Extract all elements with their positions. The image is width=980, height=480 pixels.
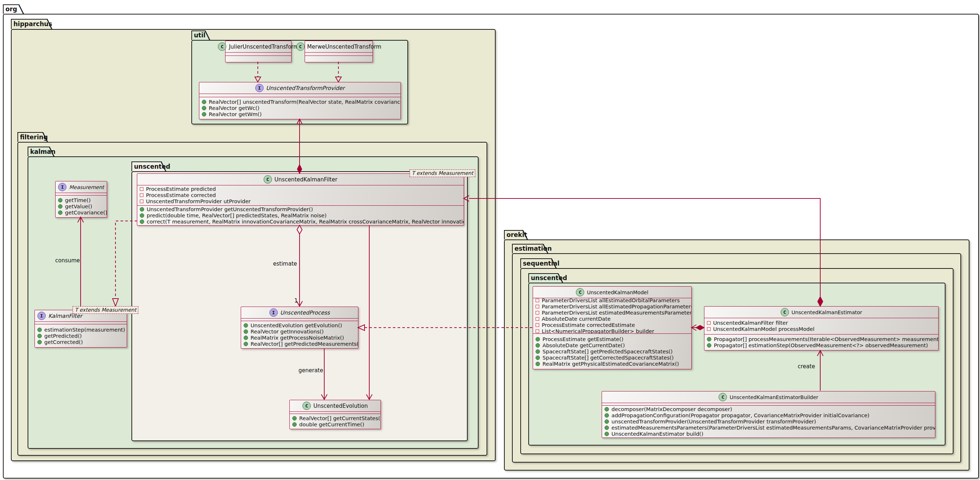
- method-row: estimatedMeasurementsParameters(Paramete…: [602, 425, 935, 431]
- public-method-icon: [292, 422, 297, 427]
- private-field-icon: [536, 311, 539, 315]
- interface-header: I UnscentedProcess: [241, 307, 358, 318]
- method-section: decomposer(MatrixDecomposer decomposer) …: [602, 406, 935, 437]
- package-tab-unscented-orekit: unscented: [528, 273, 563, 283]
- field-row: UnscentedKalmanModel processModel: [705, 326, 938, 332]
- generic-tag-unscented-kalman-filter: T extends Measurement: [410, 170, 475, 177]
- class-name: UnscentedKalmanEstimator: [792, 309, 862, 315]
- class-name: UnscentedKalmanModel: [587, 290, 648, 295]
- field-row: ProcessEstimate corrected: [137, 192, 464, 198]
- public-method-icon: [140, 207, 144, 212]
- class-name: UnscentedKalmanFilter: [275, 176, 337, 183]
- edge-multiplicity-one: 1: [293, 298, 298, 304]
- class-julier-unscented-transform: C JulierUnscentedTransform: [225, 41, 291, 62]
- method-row: getPredicted(): [35, 333, 127, 339]
- class-icon: C: [302, 402, 311, 410]
- method-section: RealVector[] unscentedTransform(RealVect…: [199, 97, 401, 119]
- class-unscented-kalman-estimator: C UnscentedKalmanEstimator UnscentedKalm…: [704, 306, 939, 350]
- public-method-icon: [243, 336, 248, 340]
- class-merwe-unscented-transform: C MerweUnscentedTransform: [305, 41, 373, 62]
- method-row: correct(T measurement, RealMatrix innova…: [137, 219, 464, 225]
- field-section: UnscentedKalmanFilter filter UnscentedKa…: [705, 318, 938, 334]
- edge-label-generate: generate: [299, 367, 323, 374]
- package-label-filtering: filtering: [20, 132, 43, 142]
- private-field-icon: [536, 305, 539, 308]
- edge-label-estimate: estimate: [273, 260, 297, 267]
- public-method-icon: [707, 337, 711, 341]
- private-field-icon: [140, 200, 143, 203]
- field-row: ProcessEstimate correctedEstimate: [533, 322, 691, 328]
- public-method-icon: [536, 349, 540, 354]
- public-method-icon: [605, 420, 609, 424]
- package-label-kalman: kalman: [30, 147, 49, 156]
- method-row: SpacecraftState[] getPredictedSpacecraft…: [533, 348, 691, 355]
- private-field-icon: [536, 330, 539, 333]
- field-section: ParameterDriversList allEstimatedOrbital…: [533, 298, 691, 333]
- method-section: RealVector[] getCurrentStates() double g…: [290, 414, 380, 429]
- public-method-icon: [58, 198, 62, 203]
- field-row: AbsoluteDate currentDate: [533, 316, 691, 322]
- method-row: RealVector getWm(): [199, 111, 401, 117]
- public-method-icon: [243, 342, 248, 346]
- class-name: JulierUnscentedTransform: [229, 44, 299, 50]
- method-row: Propagator[] estimationStep(ObservedMeas…: [705, 342, 938, 348]
- interface-icon: I: [255, 84, 264, 92]
- field-row: ParameterDriversList allEstimatedOrbital…: [533, 298, 691, 304]
- class-icon: C: [296, 43, 305, 51]
- package-label-estimation: estimation: [514, 244, 543, 253]
- public-method-icon: [605, 426, 609, 430]
- package-tab-org: org: [3, 4, 24, 14]
- class-icon: C: [719, 393, 727, 401]
- class-header: C UnscentedKalmanEstimatorBuilder: [602, 391, 935, 403]
- interface-name: UnscentedProcess: [280, 309, 330, 316]
- public-method-icon: [140, 220, 144, 224]
- class-icon: C: [264, 175, 272, 184]
- class-name: UnscentedEvolution: [313, 403, 368, 409]
- class-icon: C: [218, 43, 226, 51]
- private-field-icon: [140, 193, 143, 197]
- class-icon: C: [576, 288, 584, 296]
- package-tab-filtering: filtering: [18, 132, 48, 142]
- public-method-icon: [140, 213, 144, 218]
- public-method-icon: [37, 334, 42, 338]
- package-tab-sequential: sequential: [520, 258, 557, 268]
- method-row: RealMatrix getPhysicalEstimatedCovarianc…: [533, 361, 691, 367]
- package-tab-unscented-hipparchus: unscented: [132, 162, 166, 171]
- class-header: C UnscentedKalmanModel: [533, 287, 691, 298]
- class-name: UnscentedKalmanEstimatorBuilder: [729, 394, 818, 400]
- method-row: estimationStep(measurement): [35, 326, 127, 333]
- method-row: UnscentedKalmanEstimator build(): [602, 431, 935, 437]
- package-label-unscented-hipparchus: unscented: [134, 162, 161, 171]
- private-field-icon: [140, 187, 143, 191]
- method-row: decomposer(MatrixDecomposer decomposer): [602, 406, 935, 412]
- public-method-icon: [605, 432, 609, 436]
- method-row: getCorrected(): [35, 339, 127, 345]
- class-unscented-kalman-filter: C UnscentedKalmanFilter ProcessEstimate …: [137, 173, 464, 226]
- field-row: ParameterDriversList allEstimatedPropaga…: [533, 304, 691, 310]
- public-method-icon: [243, 323, 248, 328]
- package-label-util: util: [194, 30, 205, 40]
- public-method-icon: [202, 100, 206, 104]
- class-unscented-kalman-model: C UnscentedKalmanModel ParameterDriversL…: [533, 286, 692, 369]
- edge-label-create: create: [798, 363, 815, 370]
- private-field-icon: [536, 299, 539, 302]
- public-method-icon: [37, 328, 42, 332]
- interface-unscented-transform-provider: I UnscentedTransformProvider RealVector[…: [199, 82, 401, 119]
- public-method-icon: [605, 407, 609, 412]
- class-header: C JulierUnscentedTransform: [226, 41, 291, 52]
- field-section: ProcessEstimate predicted ProcessEstimat…: [137, 185, 464, 205]
- package-label-org: org: [5, 4, 19, 14]
- public-method-icon: [536, 362, 540, 366]
- public-method-icon: [58, 204, 62, 209]
- method-row: RealVector[] getPredictedMeasurements(): [241, 341, 358, 347]
- method-section: estimationStep(measurement) getPredicted…: [35, 324, 127, 347]
- interface-header: I UnscentedTransformProvider: [199, 82, 401, 93]
- method-row: unscentedTransformProvider(UnscentedTran…: [602, 419, 935, 425]
- package-tab-util: util: [191, 30, 210, 40]
- field-row: List<NumericalPropagatorBuilder> builder: [533, 328, 691, 334]
- method-row: double getCurrentTime(): [290, 421, 380, 428]
- public-method-icon: [605, 413, 609, 418]
- method-row: getCovariance(): [56, 210, 107, 216]
- method-row: UnscentedTransformProvider getUnscentedT…: [137, 206, 464, 212]
- method-section: UnscentedEvolution getEvolution() RealVe…: [241, 321, 358, 348]
